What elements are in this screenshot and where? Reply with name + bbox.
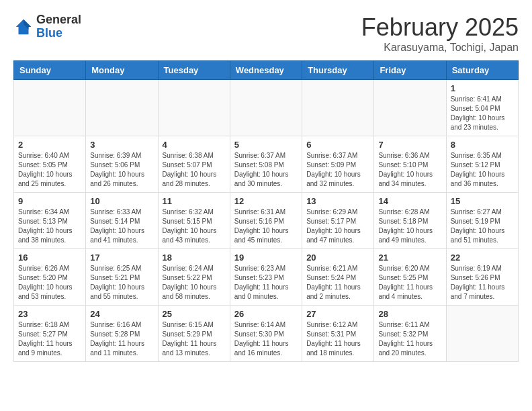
calendar-cell: 25Sunrise: 6:15 AM Sunset: 5:29 PM Dayli…: [158, 306, 230, 362]
day-number: 16: [18, 253, 81, 263]
location-subtitle: Karasuyama, Tochigi, Japan: [361, 42, 519, 54]
calendar-cell: 21Sunrise: 6:20 AM Sunset: 5:25 PM Dayli…: [374, 249, 446, 306]
calendar-cell: [86, 80, 158, 136]
day-number: 3: [90, 140, 153, 150]
day-number: 4: [163, 140, 226, 150]
day-detail: Sunrise: 6:20 AM Sunset: 5:25 PM Dayligh…: [378, 264, 441, 302]
day-detail: Sunrise: 6:31 AM Sunset: 5:16 PM Dayligh…: [234, 208, 298, 245]
day-detail: Sunrise: 6:26 AM Sunset: 5:20 PM Dayligh…: [18, 264, 81, 302]
day-detail: Sunrise: 6:39 AM Sunset: 5:06 PM Dayligh…: [90, 151, 153, 189]
weekday-header-row: SundayMondayTuesdayWednesdayThursdayFrid…: [14, 61, 519, 80]
calendar-cell: 3Sunrise: 6:39 AM Sunset: 5:06 PM Daylig…: [86, 136, 158, 193]
day-number: 13: [306, 196, 369, 206]
calendar-cell: 1Sunrise: 6:41 AM Sunset: 5:04 PM Daylig…: [446, 80, 518, 136]
day-detail: Sunrise: 6:16 AM Sunset: 5:28 PM Dayligh…: [90, 320, 153, 358]
day-detail: Sunrise: 6:37 AM Sunset: 5:09 PM Dayligh…: [306, 151, 369, 189]
calendar-cell: 26Sunrise: 6:14 AM Sunset: 5:30 PM Dayli…: [230, 306, 302, 362]
title-block: February 2025 Karasuyama, Tochigi, Japan: [361, 13, 519, 54]
day-detail: Sunrise: 6:33 AM Sunset: 5:14 PM Dayligh…: [90, 208, 153, 245]
day-number: 10: [90, 196, 153, 206]
calendar-cell: [302, 80, 374, 136]
day-number: 27: [306, 309, 369, 319]
calendar-cell: 14Sunrise: 6:28 AM Sunset: 5:18 PM Dayli…: [374, 193, 446, 249]
day-number: 28: [378, 309, 441, 319]
calendar-week-2: 9Sunrise: 6:34 AM Sunset: 5:13 PM Daylig…: [14, 193, 519, 249]
weekday-header-sunday: Sunday: [14, 61, 86, 80]
calendar-cell: 4Sunrise: 6:38 AM Sunset: 5:07 PM Daylig…: [158, 136, 230, 193]
day-number: 25: [163, 309, 226, 319]
day-number: 8: [451, 140, 514, 150]
day-number: 23: [18, 309, 81, 319]
day-detail: Sunrise: 6:32 AM Sunset: 5:15 PM Dayligh…: [163, 208, 226, 245]
day-detail: Sunrise: 6:25 AM Sunset: 5:21 PM Dayligh…: [90, 264, 153, 302]
calendar-cell: 19Sunrise: 6:23 AM Sunset: 5:23 PM Dayli…: [230, 249, 302, 306]
logo-icon: [13, 17, 34, 37]
day-detail: Sunrise: 6:14 AM Sunset: 5:30 PM Dayligh…: [234, 320, 298, 358]
day-number: 2: [18, 140, 81, 150]
calendar-week-3: 16Sunrise: 6:26 AM Sunset: 5:20 PM Dayli…: [14, 249, 519, 306]
day-number: 5: [234, 140, 298, 150]
day-detail: Sunrise: 6:35 AM Sunset: 5:12 PM Dayligh…: [451, 151, 514, 189]
calendar-cell: 11Sunrise: 6:32 AM Sunset: 5:15 PM Dayli…: [158, 193, 230, 249]
day-detail: Sunrise: 6:34 AM Sunset: 5:13 PM Dayligh…: [18, 208, 81, 245]
calendar-cell: 18Sunrise: 6:24 AM Sunset: 5:22 PM Dayli…: [158, 249, 230, 306]
day-detail: Sunrise: 6:15 AM Sunset: 5:29 PM Dayligh…: [163, 320, 226, 358]
day-number: 11: [163, 196, 226, 206]
day-detail: Sunrise: 6:37 AM Sunset: 5:08 PM Dayligh…: [234, 151, 298, 189]
calendar-cell: 28Sunrise: 6:11 AM Sunset: 5:32 PM Dayli…: [374, 306, 446, 362]
calendar-cell: 16Sunrise: 6:26 AM Sunset: 5:20 PM Dayli…: [14, 249, 86, 306]
day-number: 7: [378, 140, 441, 150]
day-number: 19: [234, 253, 298, 263]
day-detail: Sunrise: 6:27 AM Sunset: 5:19 PM Dayligh…: [451, 208, 514, 245]
calendar-cell: 12Sunrise: 6:31 AM Sunset: 5:16 PM Dayli…: [230, 193, 302, 249]
day-detail: Sunrise: 6:18 AM Sunset: 5:27 PM Dayligh…: [18, 320, 81, 358]
day-number: 20: [306, 253, 369, 263]
calendar-cell: 24Sunrise: 6:16 AM Sunset: 5:28 PM Dayli…: [86, 306, 158, 362]
logo: General Blue: [13, 13, 81, 40]
calendar-table: SundayMondayTuesdayWednesdayThursdayFrid…: [13, 60, 519, 362]
day-number: 15: [451, 196, 514, 206]
day-number: 21: [378, 253, 441, 263]
calendar-cell: 23Sunrise: 6:18 AM Sunset: 5:27 PM Dayli…: [14, 306, 86, 362]
day-number: 22: [451, 253, 514, 263]
calendar-cell: 15Sunrise: 6:27 AM Sunset: 5:19 PM Dayli…: [446, 193, 518, 249]
calendar-week-1: 2Sunrise: 6:40 AM Sunset: 5:05 PM Daylig…: [14, 136, 519, 193]
day-detail: Sunrise: 6:24 AM Sunset: 5:22 PM Dayligh…: [163, 264, 226, 302]
calendar-cell: [374, 80, 446, 136]
calendar-cell: [14, 80, 86, 136]
calendar-cell: 27Sunrise: 6:12 AM Sunset: 5:31 PM Dayli…: [302, 306, 374, 362]
day-detail: Sunrise: 6:23 AM Sunset: 5:23 PM Dayligh…: [234, 264, 298, 302]
day-detail: Sunrise: 6:12 AM Sunset: 5:31 PM Dayligh…: [306, 320, 369, 358]
calendar-week-0: 1Sunrise: 6:41 AM Sunset: 5:04 PM Daylig…: [14, 80, 519, 136]
day-detail: Sunrise: 6:41 AM Sunset: 5:04 PM Dayligh…: [451, 95, 514, 132]
day-detail: Sunrise: 6:21 AM Sunset: 5:24 PM Dayligh…: [306, 264, 369, 302]
weekday-header-monday: Monday: [86, 61, 158, 80]
weekday-header-wednesday: Wednesday: [230, 61, 302, 80]
day-number: 18: [163, 253, 226, 263]
weekday-header-thursday: Thursday: [302, 61, 374, 80]
weekday-header-friday: Friday: [374, 61, 446, 80]
day-number: 12: [234, 196, 298, 206]
day-detail: Sunrise: 6:38 AM Sunset: 5:07 PM Dayligh…: [163, 151, 226, 189]
weekday-header-tuesday: Tuesday: [158, 61, 230, 80]
calendar-week-4: 23Sunrise: 6:18 AM Sunset: 5:27 PM Dayli…: [14, 306, 519, 362]
day-detail: Sunrise: 6:40 AM Sunset: 5:05 PM Dayligh…: [18, 151, 81, 189]
calendar-cell: [230, 80, 302, 136]
calendar-cell: 5Sunrise: 6:37 AM Sunset: 5:08 PM Daylig…: [230, 136, 302, 193]
day-detail: Sunrise: 6:36 AM Sunset: 5:10 PM Dayligh…: [378, 151, 441, 189]
day-detail: Sunrise: 6:19 AM Sunset: 5:26 PM Dayligh…: [451, 264, 514, 302]
calendar-cell: 7Sunrise: 6:36 AM Sunset: 5:10 PM Daylig…: [374, 136, 446, 193]
day-detail: Sunrise: 6:28 AM Sunset: 5:18 PM Dayligh…: [378, 208, 441, 245]
calendar-cell: 6Sunrise: 6:37 AM Sunset: 5:09 PM Daylig…: [302, 136, 374, 193]
day-number: 1: [451, 83, 514, 93]
weekday-header-saturday: Saturday: [446, 61, 518, 80]
day-number: 14: [378, 196, 441, 206]
calendar-cell: 2Sunrise: 6:40 AM Sunset: 5:05 PM Daylig…: [14, 136, 86, 193]
day-number: 6: [306, 140, 369, 150]
logo-blue-text: Blue: [36, 26, 62, 40]
calendar-cell: 20Sunrise: 6:21 AM Sunset: 5:24 PM Dayli…: [302, 249, 374, 306]
day-number: 24: [90, 309, 153, 319]
calendar-cell: 10Sunrise: 6:33 AM Sunset: 5:14 PM Dayli…: [86, 193, 158, 249]
day-detail: Sunrise: 6:11 AM Sunset: 5:32 PM Dayligh…: [378, 320, 441, 358]
month-year-title: February 2025: [361, 13, 519, 42]
